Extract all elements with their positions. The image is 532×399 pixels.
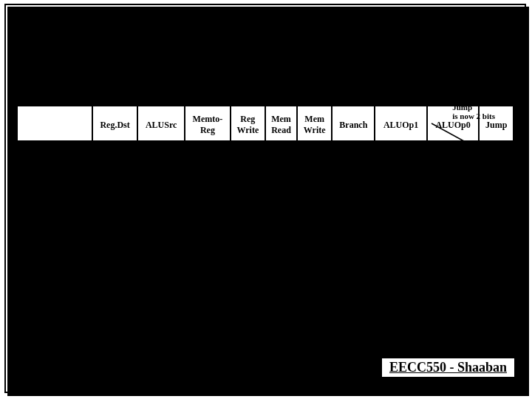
table-row: swx1x00100000 xyxy=(17,184,514,205)
table-row: R-format10010001000 xyxy=(17,141,514,163)
value-cell: 1 xyxy=(137,248,185,270)
value-cell: 00 xyxy=(479,184,514,205)
subtitle: (For Textbook Single Cycle Datapath incl… xyxy=(16,56,514,69)
value-cell: x xyxy=(185,227,231,248)
value-cell: 10 xyxy=(479,248,514,270)
value-cell: 00 xyxy=(479,163,514,184)
value-cell: 1 xyxy=(137,163,185,184)
value-cell: 1 xyxy=(297,184,332,205)
page-title: Adding Control Lines Settings for jm xyxy=(16,33,514,56)
instruction-cell: sw xyxy=(17,184,92,205)
value-cell: x xyxy=(92,184,137,205)
value-cell: 1 xyxy=(92,141,137,163)
value-cell: 00 xyxy=(479,205,514,227)
value-cell: 1 xyxy=(137,184,185,205)
value-cell: 0 xyxy=(375,163,426,184)
value-cell: 0 xyxy=(427,184,479,205)
table-header-row: Reg.Dst ALUSrc Memto-Reg RegWrite MemRea… xyxy=(17,106,514,141)
value-cell: 0 xyxy=(92,163,137,184)
value-cell: 0 xyxy=(297,227,332,248)
value-cell: x xyxy=(185,205,231,227)
value-cell: x xyxy=(332,227,375,248)
instruction-cell: R-format xyxy=(17,141,92,163)
value-cell: 0 xyxy=(265,205,297,227)
value-cell: 0 xyxy=(427,248,479,270)
value-cell: x xyxy=(375,227,426,248)
value-cell: 0 xyxy=(332,184,375,205)
rrs-annotation: R[rs] xyxy=(149,327,171,339)
section-title: Adding jm support to Single Cycle Datapa… xyxy=(16,14,514,30)
table-row: Jmx1x010x0010 xyxy=(17,248,514,270)
instruction-cell: beq xyxy=(17,205,92,227)
value-cell: x xyxy=(92,248,137,270)
col-header: MemWrite xyxy=(297,106,332,141)
value-cell: x xyxy=(185,184,231,205)
value-cell: x xyxy=(92,227,137,248)
value-cell: 0 xyxy=(265,184,297,205)
svg-line-3 xyxy=(457,310,473,323)
value-cell: 0 xyxy=(137,141,185,163)
value-cell: 0 xyxy=(375,205,426,227)
value-cell: 0 xyxy=(231,227,265,248)
table-row: beqx0x00010100 xyxy=(17,205,514,227)
value-cell: 0 xyxy=(427,163,479,184)
instruction-cell: lw xyxy=(17,163,92,184)
value-cell: 0 xyxy=(231,248,265,270)
value-cell: 0 xyxy=(231,205,265,227)
control-lines-table: Reg.Dst ALUSrc Memto-Reg RegWrite MemRea… xyxy=(16,105,514,270)
value-cell: 0 xyxy=(375,248,426,270)
value-cell: 0 xyxy=(231,184,265,205)
col-header: RegWrite xyxy=(231,106,265,141)
value-cell: 1 xyxy=(185,163,231,184)
value-cell: 1 xyxy=(231,141,265,163)
table-row: Jxxx000xxx01 xyxy=(17,227,514,248)
value-cell: 01 xyxy=(479,227,514,248)
value-cell: 0 xyxy=(185,141,231,163)
value-cell: 1 xyxy=(231,163,265,184)
value-cell: 0 xyxy=(265,227,297,248)
value-cell: 0 xyxy=(427,141,479,163)
col-header: MemRead xyxy=(265,106,297,141)
svg-line-1 xyxy=(148,310,154,327)
pc-equation: PC ← Mem[R[rs] + Sign.Ext[imm16]] xyxy=(337,342,505,354)
table-row: lw01111000000 xyxy=(17,163,514,184)
value-cell: 1 xyxy=(375,141,426,163)
value-cell: 0 xyxy=(297,248,332,270)
value-cell: x xyxy=(137,227,185,248)
value-cell: 0 xyxy=(375,184,426,205)
add-annotation: add xyxy=(429,321,445,333)
col-header: Reg.Dst xyxy=(92,106,137,141)
jump-note: Jump is now 2 bits xyxy=(452,103,495,120)
value-cell: 0 xyxy=(297,163,332,184)
value-cell: 00 xyxy=(479,141,514,163)
instruction-cell: Jm xyxy=(17,248,92,270)
value-cell: 0 xyxy=(297,205,332,227)
instruction-cell: J xyxy=(17,227,92,248)
col-header: Branch xyxy=(332,106,375,141)
value-cell: 0 xyxy=(297,141,332,163)
value-cell: 1 xyxy=(265,248,297,270)
value-cell: 1 xyxy=(427,205,479,227)
value-cell: x xyxy=(332,248,375,270)
value-cell: 1 xyxy=(265,163,297,184)
col-header: Memto-Reg xyxy=(185,106,231,141)
value-cell: x xyxy=(92,205,137,227)
col-header: ALUOp1 xyxy=(375,106,426,141)
value-cell: x xyxy=(427,227,479,248)
value-cell: 0 xyxy=(265,141,297,163)
value-cell: 0 xyxy=(332,141,375,163)
svg-line-2 xyxy=(394,310,420,323)
course-footer: EECC550 - Shaaban xyxy=(381,357,516,378)
footer-meta: #64 Lec # 4 Winter 2006 12-19-2006 xyxy=(402,383,514,392)
value-cell: 0 xyxy=(137,205,185,227)
col-header xyxy=(17,106,92,141)
value-cell: 1 xyxy=(332,205,375,227)
value-cell: x xyxy=(185,248,231,270)
value-cell: 0 xyxy=(332,163,375,184)
col-header: ALUSrc xyxy=(137,106,185,141)
